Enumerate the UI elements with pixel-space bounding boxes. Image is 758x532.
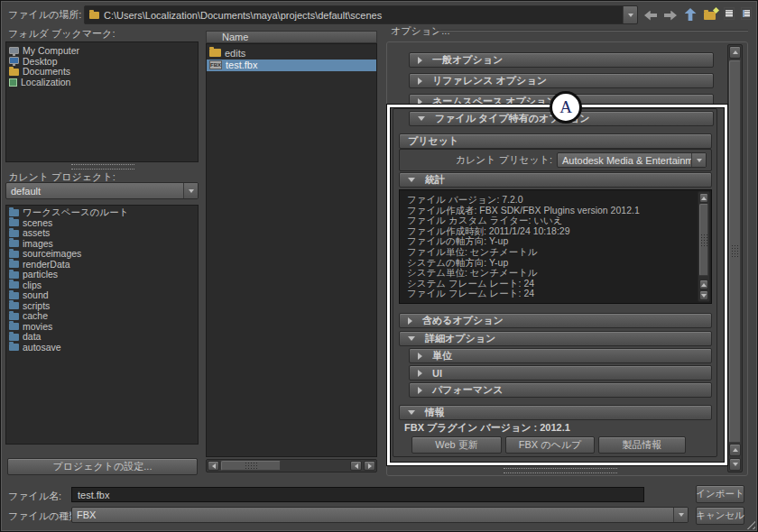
import-button[interactable]: インポート [696,485,744,503]
product-info-button[interactable]: 製品情報 [598,436,686,454]
project-dropdown-button[interactable] [183,183,198,198]
scrollbar-thumb[interactable] [221,461,281,471]
expanded-arrow-icon [418,116,425,121]
grip-dots-icon [731,244,739,259]
path-dropdown-button[interactable] [623,6,637,23]
collapsed-arrow-icon [418,370,422,377]
folder-blue-icon [9,344,19,351]
project-folder-item[interactable]: autosave [6,343,198,353]
file-row-edits[interactable]: edits [207,47,376,60]
resize-grip[interactable] [744,518,755,529]
section-general-options[interactable]: 一般オプション [409,52,714,68]
triangle-right-icon [368,463,372,469]
file-list-horizontal-scrollbar[interactable] [206,459,377,472]
section-include-options[interactable]: 含めるオプション [399,313,712,328]
section-reference-options[interactable]: リファレンス オプション [409,73,714,88]
scroll-down-button[interactable] [699,290,708,300]
desktop-icon [9,57,19,64]
project-folder-item[interactable]: sound [6,290,198,301]
expanded-arrow-icon [408,336,415,341]
current-preset-value: Autodesk Media & Entertainment [562,155,691,166]
section-ui[interactable]: UI [409,365,712,381]
up-arrow-icon [685,8,697,21]
current-preset-label: カレント プリセット: [456,153,552,167]
scroll-down-button[interactable] [729,458,741,471]
stat-line: システムの軸方向: Y-up [400,258,696,269]
statistics-text-box: ファイル バージョン: 7.2.0 ファイル作成者: FBX SDK/FBX P… [399,189,712,304]
grip-dots-icon [245,462,258,470]
fbx-file-icon: FBX [209,60,222,69]
folder-green-icon [9,78,17,87]
folder-blue-icon [9,209,19,216]
location-label: ファイルの場所: [8,8,81,21]
project-settings-button[interactable]: プロジェクトの設定... [7,458,198,475]
project-folder-item[interactable]: ワークスペースのルート [6,207,198,218]
scroll-right-button[interactable] [364,461,375,471]
stat-line: ファイル作成者: FBX SDK/FBX Plugins version 201… [400,206,696,216]
details-view-icon [741,7,752,20]
fbx-plugin-version: FBX プラグイン バージョン : 2012.1 [404,421,570,435]
section-units[interactable]: 単位 [409,348,712,363]
new-folder-button[interactable] [700,6,718,24]
file-row-selected[interactable]: FBX test.fbx [207,60,376,72]
web-update-button[interactable]: Web 更新 [411,436,502,454]
triangle-down-icon [701,294,707,298]
current-project-combobox[interactable]: default [5,182,199,199]
scrollbar-thumb[interactable] [699,204,708,276]
current-preset-combobox[interactable]: Autodesk Media & Entertainment [557,152,707,168]
options-vertical-scrollbar[interactable] [727,44,743,472]
cancel-button[interactable]: キャンセル [696,507,744,525]
project-folder-item[interactable]: particles [6,270,198,280]
statistics-scrollbar[interactable] [698,191,710,302]
project-folder-item[interactable]: sourceimages [6,249,198,260]
scroll-left-button-2[interactable] [350,461,362,471]
list-view-button[interactable] [720,5,738,23]
preset-dropdown-button[interactable] [691,153,706,167]
stat-line: ファイル フレーム レート: 24 [400,289,696,299]
scroll-up-button[interactable] [729,46,741,59]
details-view-button[interactable] [737,5,755,23]
project-folder-item[interactable]: cache [6,311,198,322]
folder-blue-icon [9,281,19,289]
collapsed-arrow-icon [418,98,422,105]
file-name-field[interactable]: test.fbx [71,487,644,502]
bookmark-item[interactable]: Localization [6,78,198,88]
folder-yellow-icon [9,69,19,76]
scrollbar-thumb[interactable] [729,60,741,443]
scroll-left-button[interactable] [208,461,219,471]
scroll-up-button-2[interactable] [699,280,708,289]
bookmark-item[interactable]: Documents [6,67,198,78]
expanded-arrow-icon [408,178,415,182]
file-list: edits FBX test.fbx [206,43,377,457]
triangle-up-icon [733,448,738,452]
name-column-header[interactable]: Name [206,31,377,43]
path-combobox[interactable]: C:\Users\Localization\Documents\maya\pro… [84,5,638,24]
fbx-help-button[interactable]: FBX のヘルプ [505,436,595,454]
triangle-up-icon [701,197,707,200]
horizontal-splitter-handle[interactable] [504,468,617,473]
expanded-arrow-icon [408,410,415,415]
path-text-area[interactable]: C:\Users\Localization\Documents\maya\pro… [85,6,623,23]
collapsed-arrow-icon [418,57,422,64]
scroll-up-button[interactable] [699,193,708,203]
scroll-up-button-2[interactable] [729,444,741,456]
folder-blue-icon [9,292,19,299]
section-advanced-options[interactable]: 詳細オプション [399,331,712,346]
project-folder-item[interactable]: assets [6,228,198,239]
collapsed-arrow-icon [418,387,422,394]
folder-blue-icon [9,240,19,247]
project-folder-item[interactable]: data [6,332,198,343]
new-folder-icon [704,12,716,20]
section-performance[interactable]: パフォーマンス [409,382,712,398]
file-type-combobox[interactable]: FBX [71,507,689,523]
section-statistics[interactable]: 統計 [399,172,712,188]
bookmark-item[interactable]: My Computer [6,46,198,57]
section-information[interactable]: 情報 [399,405,712,420]
vertical-splitter-handle[interactable] [71,164,134,170]
forward-button[interactable] [661,6,679,24]
file-type-dropdown-button[interactable] [673,508,688,522]
preset-header-bar: プリセット [399,133,712,149]
back-button[interactable] [642,6,660,24]
up-directory-button[interactable] [681,5,699,23]
collapsed-arrow-icon [418,78,422,85]
